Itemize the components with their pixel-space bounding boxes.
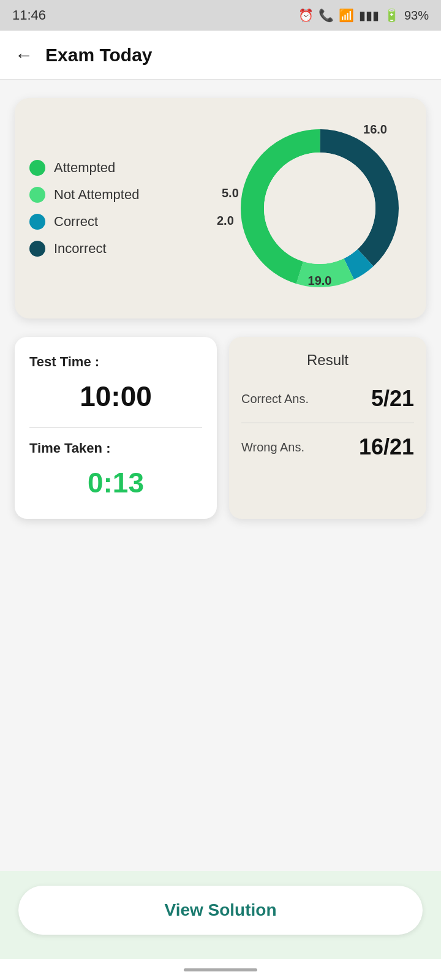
page-title: Exam Today bbox=[45, 45, 153, 66]
chart-label-bottom: 19.0 bbox=[308, 274, 332, 288]
status-bar: 11:46 ⏰ 📞 📶 ▮▮▮ 🔋 93% bbox=[0, 0, 441, 31]
legend-item-correct: Correct bbox=[29, 214, 139, 230]
bottom-area: View Solution bbox=[0, 871, 441, 959]
correct-ans-row: Correct Ans. 5/21 bbox=[241, 380, 414, 418]
legend-dot-not-attempted bbox=[29, 187, 45, 203]
legend-dot-correct bbox=[29, 214, 45, 230]
home-bar bbox=[184, 968, 257, 971]
chart-label-left-upper: 5.0 bbox=[222, 186, 239, 200]
test-time-label: Test Time : bbox=[29, 354, 202, 370]
alarm-icon: ⏰ bbox=[298, 8, 314, 23]
status-time: 11:46 bbox=[12, 7, 46, 23]
time-taken-value: 0:13 bbox=[29, 466, 202, 499]
wrong-ans-value: 16/21 bbox=[359, 434, 414, 460]
result-card: Result Correct Ans. 5/21 Wrong Ans. 16/2… bbox=[229, 337, 426, 519]
battery-percent: 93% bbox=[404, 9, 429, 23]
donut-svg bbox=[228, 116, 412, 300]
legend-item-incorrect: Incorrect bbox=[29, 241, 139, 257]
legend-dot-incorrect bbox=[29, 241, 45, 257]
signal-icon: ▮▮▮ bbox=[359, 8, 379, 23]
correct-ans-value: 5/21 bbox=[371, 386, 414, 412]
donut-inner bbox=[264, 153, 375, 264]
battery-icon: 🔋 bbox=[384, 8, 399, 23]
chart-legend: Attempted Not Attempted Correct Incorrec… bbox=[29, 160, 139, 257]
chart-label-top: 16.0 bbox=[363, 123, 387, 137]
back-button[interactable]: ← bbox=[15, 45, 33, 66]
legend-dot-attempted bbox=[29, 160, 45, 176]
legend-label-incorrect: Incorrect bbox=[54, 241, 107, 257]
legend-label-attempted: Attempted bbox=[54, 160, 115, 176]
legend-item-not-attempted: Not Attempted bbox=[29, 187, 139, 203]
test-time-value: 10:00 bbox=[29, 380, 202, 413]
time-card: Test Time : 10:00 Time Taken : 0:13 bbox=[15, 337, 217, 519]
legend-item-attempted: Attempted bbox=[29, 160, 139, 176]
wrong-ans-row: Wrong Ans. 16/21 bbox=[241, 428, 414, 466]
chart-card: Attempted Not Attempted Correct Incorrec… bbox=[15, 98, 426, 318]
cards-row: Test Time : 10:00 Time Taken : 0:13 Resu… bbox=[15, 337, 426, 519]
header: ← Exam Today bbox=[0, 31, 441, 80]
legend-label-not-attempted: Not Attempted bbox=[54, 187, 139, 203]
call-icon: 📞 bbox=[318, 8, 334, 23]
result-title: Result bbox=[241, 352, 414, 369]
legend-label-correct: Correct bbox=[54, 214, 98, 230]
donut-chart: 16.0 5.0 2.0 19.0 bbox=[228, 116, 412, 300]
main-content: Attempted Not Attempted Correct Incorrec… bbox=[0, 80, 441, 871]
wifi-icon: 📶 bbox=[339, 8, 354, 23]
result-divider bbox=[241, 423, 414, 423]
wrong-ans-label: Wrong Ans. bbox=[241, 440, 304, 454]
correct-ans-label: Correct Ans. bbox=[241, 392, 309, 406]
chart-label-left-lower: 2.0 bbox=[217, 214, 234, 228]
home-indicator bbox=[0, 959, 441, 980]
time-divider bbox=[29, 428, 202, 428]
status-icons: ⏰ 📞 📶 ▮▮▮ 🔋 93% bbox=[298, 8, 429, 23]
view-solution-button[interactable]: View Solution bbox=[18, 886, 423, 935]
time-taken-label: Time Taken : bbox=[29, 440, 202, 456]
